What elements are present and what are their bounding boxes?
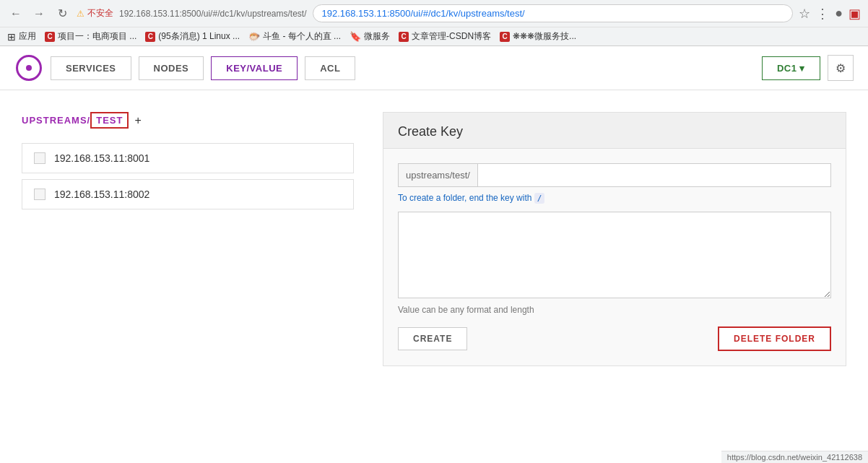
delete-folder-button[interactable]: DELETE FOLDER xyxy=(718,326,831,351)
kv-checkbox-2[interactable] xyxy=(34,189,45,200)
nodes-nav-button[interactable]: NODES xyxy=(139,56,204,80)
security-indicator: ⚠ 不安全 192.168.153.11:8500/ui/#/dc1/kv/up… xyxy=(77,7,307,20)
value-textarea[interactable] xyxy=(398,212,831,298)
create-key-card: Create Key upstreams/test/ To create a f… xyxy=(383,112,846,366)
warning-icon: ⚠ xyxy=(77,9,84,19)
back-button[interactable]: ← xyxy=(7,5,25,22)
ecom-icon: C xyxy=(45,32,55,42)
micro-icon: 🔖 xyxy=(350,31,361,42)
settings-button[interactable]: ⚙ xyxy=(828,55,854,81)
create-key-body: upstreams/test/ To create a folder, end … xyxy=(383,149,846,365)
create-key-title: Create Key xyxy=(398,124,463,139)
csdn-icon: C xyxy=(399,32,409,42)
url-bar[interactable]: 192.168.153.11:8500/ui/#/dc1/kv/upstream… xyxy=(313,4,794,22)
bookmark-apps[interactable]: ⊞ 应用 xyxy=(7,30,36,43)
key-input-row: upstreams/test/ xyxy=(398,163,831,187)
left-panel: UPSTREAMS/ TEST + 192.168.153.11:8001 19… xyxy=(22,112,354,366)
bookmark-csdn[interactable]: C 文章管理-CSDN博客 xyxy=(399,30,491,43)
top-nav: SERVICES NODES KEY/VALUE ACL DC1 ▾ ⚙ xyxy=(0,46,868,90)
bookmark-micro2-label: ❋❋❋微服务技... xyxy=(513,30,576,43)
key-prefix-label: upstreams/test/ xyxy=(399,164,478,186)
bookmarks-bar: ⊞ 应用 C 项目一：电商项目 ... C (95条消息) 1 Linux ..… xyxy=(0,27,868,46)
kv-list-item[interactable]: 192.168.153.11:8001 xyxy=(22,143,354,173)
bookmark-csdn-label: 文章管理-CSDN博客 xyxy=(412,30,491,43)
extension-icon[interactable]: ▣ xyxy=(849,6,861,22)
status-bar: https://blog.csdn.net/weixin_42112638 xyxy=(721,451,868,451)
bookmark-linux[interactable]: C (95条消息) 1 Linux ... xyxy=(145,30,240,43)
browser-chrome: ← → ↻ ⚠ 不安全 192.168.153.11:8500/ui/#/dc1… xyxy=(0,0,868,46)
right-panel: Create Key upstreams/test/ To create a f… xyxy=(383,112,846,366)
bookmark-micro[interactable]: 🔖 微服务 xyxy=(350,30,390,43)
key-name-input[interactable] xyxy=(478,164,830,186)
kv-list-item-2[interactable]: 192.168.153.11:8002 xyxy=(22,179,354,209)
micro2-icon: C xyxy=(500,32,510,42)
bookmark-apps-label: 应用 xyxy=(19,30,36,43)
kv-checkbox-1[interactable] xyxy=(34,152,45,164)
bookmark-linux-label: (95条消息) 1 Linux ... xyxy=(158,30,240,43)
value-hint: Value can be any format and length xyxy=(398,305,831,315)
create-button[interactable]: CREATE xyxy=(398,327,467,350)
logo xyxy=(14,53,43,82)
forward-button[interactable]: → xyxy=(30,5,48,22)
keyvalue-nav-button[interactable]: KEY/VALUE xyxy=(211,56,298,80)
key-hint-text: To create a folder, end the key with / xyxy=(398,193,831,203)
menu-icon[interactable]: ⋮ xyxy=(816,6,829,22)
bookmark-star-icon[interactable]: ☆ xyxy=(799,6,810,22)
logo-circle xyxy=(16,55,42,81)
create-key-header: Create Key xyxy=(383,113,846,149)
fish-icon: 🐡 xyxy=(248,31,260,42)
bookmark-ecom[interactable]: C 项目一：电商项目 ... xyxy=(45,30,136,43)
action-row: CREATE DELETE FOLDER xyxy=(398,326,831,351)
dc-selector-button[interactable]: DC1 ▾ xyxy=(762,56,820,80)
kv-item-value-1: 192.168.153.11:8001 xyxy=(54,152,149,164)
bookmark-fish[interactable]: 🐡 斗鱼 - 每个人的直 ... xyxy=(248,30,341,43)
logo-dot xyxy=(26,65,32,71)
acl-nav-button[interactable]: ACL xyxy=(305,56,355,80)
browser-toolbar: ← → ↻ ⚠ 不安全 192.168.153.11:8500/ui/#/dc1… xyxy=(0,0,868,27)
security-text: 不安全 xyxy=(87,7,113,20)
account-icon[interactable]: ● xyxy=(835,6,843,22)
breadcrumb-highlight: TEST xyxy=(90,112,129,129)
breadcrumb: UPSTREAMS/ TEST + xyxy=(22,112,354,129)
page-content: UPSTREAMS/ TEST + 192.168.153.11:8001 19… xyxy=(0,90,868,388)
breadcrumb-prefix: UPSTREAMS/ xyxy=(22,115,90,126)
app-container: SERVICES NODES KEY/VALUE ACL DC1 ▾ ⚙ UPS… xyxy=(0,46,868,451)
breadcrumb-add-button[interactable]: + xyxy=(134,114,142,127)
bookmark-micro-label: 微服务 xyxy=(364,30,390,43)
bookmark-ecom-label: 项目一：电商项目 ... xyxy=(58,30,136,43)
bookmark-fish-label: 斗鱼 - 每个人的直 ... xyxy=(263,30,341,43)
reload-button[interactable]: ↻ xyxy=(53,5,71,22)
linux-icon: C xyxy=(145,32,155,42)
kv-item-value-2: 192.168.153.11:8002 xyxy=(54,189,149,200)
services-nav-button[interactable]: SERVICES xyxy=(51,56,131,80)
url-display: 192.168.153.11:8500/ui/#/dc1/kv/upstream… xyxy=(119,9,307,19)
apps-icon: ⊞ xyxy=(7,31,16,43)
bookmark-micro2[interactable]: C ❋❋❋微服务技... xyxy=(500,30,576,43)
hint-code: / xyxy=(534,193,545,204)
browser-action-icons: ☆ ⋮ ● ▣ xyxy=(799,6,861,22)
